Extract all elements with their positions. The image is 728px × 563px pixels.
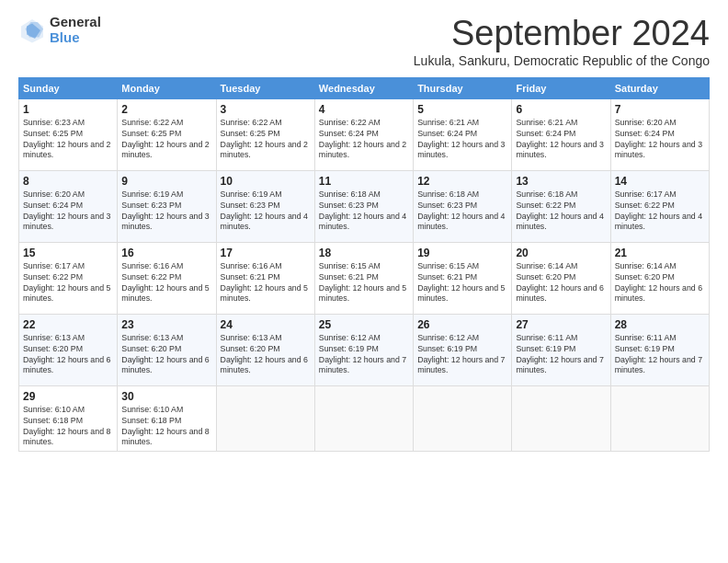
calendar-cell: 5 Sunrise: 6:21 AM Sunset: 6:24 PM Dayli… xyxy=(414,98,512,170)
day-number: 23 xyxy=(121,318,211,331)
calendar-cell: 13 Sunrise: 6:18 AM Sunset: 6:22 PM Dayl… xyxy=(512,170,610,242)
day-info: Sunrise: 6:22 AM Sunset: 6:24 PM Dayligh… xyxy=(319,118,409,162)
calendar-cell xyxy=(216,385,314,452)
day-number: 2 xyxy=(121,103,211,116)
day-number: 13 xyxy=(516,175,606,188)
title-block: September 2024 Lukula, Sankuru, Democrat… xyxy=(414,15,710,74)
calendar-cell: 25 Sunrise: 6:12 AM Sunset: 6:19 PM Dayl… xyxy=(314,314,413,385)
day-number: 26 xyxy=(417,318,507,331)
calendar-cell xyxy=(512,385,610,452)
logo: General Blue xyxy=(18,15,101,45)
day-info: Sunrise: 6:22 AM Sunset: 6:25 PM Dayligh… xyxy=(121,118,211,162)
weekday-header-saturday: Saturday xyxy=(610,77,709,98)
week-row-4: 22 Sunrise: 6:13 AM Sunset: 6:20 PM Dayl… xyxy=(19,314,710,385)
calendar-cell: 14 Sunrise: 6:17 AM Sunset: 6:22 PM Dayl… xyxy=(610,170,709,242)
week-row-1: 1 Sunrise: 6:23 AM Sunset: 6:25 PM Dayli… xyxy=(19,98,710,170)
day-info: Sunrise: 6:19 AM Sunset: 6:23 PM Dayligh… xyxy=(121,190,211,234)
calendar-cell: 30 Sunrise: 6:10 AM Sunset: 6:18 PM Dayl… xyxy=(118,385,216,452)
week-row-3: 15 Sunrise: 6:17 AM Sunset: 6:22 PM Dayl… xyxy=(19,242,710,314)
day-number: 7 xyxy=(615,103,705,116)
calendar-cell: 12 Sunrise: 6:18 AM Sunset: 6:23 PM Dayl… xyxy=(414,170,512,242)
day-info: Sunrise: 6:18 AM Sunset: 6:23 PM Dayligh… xyxy=(417,190,507,234)
day-number: 12 xyxy=(417,175,507,188)
logo-general: General xyxy=(50,15,101,30)
day-number: 16 xyxy=(121,247,211,259)
logo-icon xyxy=(18,17,46,44)
calendar-cell: 7 Sunrise: 6:20 AM Sunset: 6:24 PM Dayli… xyxy=(610,98,709,170)
calendar-table: SundayMondayTuesdayWednesdayThursdayFrid… xyxy=(18,77,710,453)
calendar-cell: 20 Sunrise: 6:14 AM Sunset: 6:20 PM Dayl… xyxy=(512,242,610,314)
day-number: 6 xyxy=(516,103,606,116)
day-number: 19 xyxy=(417,247,507,259)
week-row-2: 8 Sunrise: 6:20 AM Sunset: 6:24 PM Dayli… xyxy=(19,170,710,242)
calendar-cell xyxy=(314,385,413,452)
calendar-cell: 22 Sunrise: 6:13 AM Sunset: 6:20 PM Dayl… xyxy=(19,314,118,385)
calendar-cell: 17 Sunrise: 6:16 AM Sunset: 6:21 PM Dayl… xyxy=(216,242,314,314)
calendar-cell: 18 Sunrise: 6:15 AM Sunset: 6:21 PM Dayl… xyxy=(314,242,413,314)
day-info: Sunrise: 6:17 AM Sunset: 6:22 PM Dayligh… xyxy=(615,190,705,234)
logo-text: General Blue xyxy=(50,15,101,45)
day-info: Sunrise: 6:13 AM Sunset: 6:20 PM Dayligh… xyxy=(221,333,311,377)
calendar-cell: 21 Sunrise: 6:14 AM Sunset: 6:20 PM Dayl… xyxy=(610,242,709,314)
page: General Blue September 2024 Lukula, Sank… xyxy=(0,0,728,461)
day-info: Sunrise: 6:21 AM Sunset: 6:24 PM Dayligh… xyxy=(417,118,507,162)
calendar-cell: 11 Sunrise: 6:18 AM Sunset: 6:23 PM Dayl… xyxy=(314,170,413,242)
day-info: Sunrise: 6:21 AM Sunset: 6:24 PM Dayligh… xyxy=(516,118,606,162)
calendar-cell: 2 Sunrise: 6:22 AM Sunset: 6:25 PM Dayli… xyxy=(118,98,216,170)
day-number: 15 xyxy=(23,247,113,259)
day-number: 14 xyxy=(615,175,705,188)
day-number: 18 xyxy=(319,247,409,259)
day-info: Sunrise: 6:12 AM Sunset: 6:19 PM Dayligh… xyxy=(319,333,409,377)
day-number: 1 xyxy=(23,103,113,116)
day-info: Sunrise: 6:13 AM Sunset: 6:20 PM Dayligh… xyxy=(23,333,113,377)
day-number: 21 xyxy=(615,247,705,259)
day-info: Sunrise: 6:18 AM Sunset: 6:22 PM Dayligh… xyxy=(516,190,606,234)
day-info: Sunrise: 6:23 AM Sunset: 6:25 PM Dayligh… xyxy=(23,118,113,162)
day-info: Sunrise: 6:14 AM Sunset: 6:20 PM Dayligh… xyxy=(516,261,606,305)
day-number: 10 xyxy=(221,175,311,188)
calendar-cell: 9 Sunrise: 6:19 AM Sunset: 6:23 PM Dayli… xyxy=(118,170,216,242)
day-info: Sunrise: 6:13 AM Sunset: 6:20 PM Dayligh… xyxy=(121,333,211,377)
day-number: 27 xyxy=(516,318,606,331)
day-info: Sunrise: 6:11 AM Sunset: 6:19 PM Dayligh… xyxy=(516,333,606,377)
calendar-cell: 1 Sunrise: 6:23 AM Sunset: 6:25 PM Dayli… xyxy=(19,98,118,170)
day-number: 30 xyxy=(121,390,211,403)
day-number: 22 xyxy=(23,318,113,331)
weekday-header-sunday: Sunday xyxy=(19,77,118,98)
subtitle: Lukula, Sankuru, Democratic Republic of … xyxy=(414,53,710,68)
day-number: 5 xyxy=(417,103,507,116)
day-number: 25 xyxy=(319,318,409,331)
day-number: 17 xyxy=(221,247,311,259)
day-number: 8 xyxy=(23,175,113,188)
day-info: Sunrise: 6:18 AM Sunset: 6:23 PM Dayligh… xyxy=(319,190,409,234)
day-info: Sunrise: 6:15 AM Sunset: 6:21 PM Dayligh… xyxy=(319,261,409,305)
calendar-cell: 23 Sunrise: 6:13 AM Sunset: 6:20 PM Dayl… xyxy=(118,314,216,385)
day-info: Sunrise: 6:20 AM Sunset: 6:24 PM Dayligh… xyxy=(615,118,705,162)
logo-blue: Blue xyxy=(50,30,101,46)
calendar-cell: 28 Sunrise: 6:11 AM Sunset: 6:19 PM Dayl… xyxy=(610,314,709,385)
day-info: Sunrise: 6:11 AM Sunset: 6:19 PM Dayligh… xyxy=(615,333,705,377)
day-info: Sunrise: 6:20 AM Sunset: 6:24 PM Dayligh… xyxy=(23,190,113,234)
calendar-cell: 16 Sunrise: 6:16 AM Sunset: 6:22 PM Dayl… xyxy=(118,242,216,314)
calendar-cell: 15 Sunrise: 6:17 AM Sunset: 6:22 PM Dayl… xyxy=(19,242,118,314)
calendar-cell: 26 Sunrise: 6:12 AM Sunset: 6:19 PM Dayl… xyxy=(414,314,512,385)
day-number: 20 xyxy=(516,247,606,259)
calendar-cell: 27 Sunrise: 6:11 AM Sunset: 6:19 PM Dayl… xyxy=(512,314,610,385)
day-number: 24 xyxy=(221,318,311,331)
calendar-cell: 8 Sunrise: 6:20 AM Sunset: 6:24 PM Dayli… xyxy=(19,170,118,242)
day-info: Sunrise: 6:14 AM Sunset: 6:20 PM Dayligh… xyxy=(615,261,705,305)
day-number: 4 xyxy=(319,103,409,116)
calendar-cell: 4 Sunrise: 6:22 AM Sunset: 6:24 PM Dayli… xyxy=(314,98,413,170)
day-info: Sunrise: 6:17 AM Sunset: 6:22 PM Dayligh… xyxy=(23,261,113,305)
weekday-header-monday: Monday xyxy=(118,77,216,98)
month-title: September 2024 xyxy=(414,15,710,53)
weekday-header-tuesday: Tuesday xyxy=(216,77,314,98)
weekday-header-row: SundayMondayTuesdayWednesdayThursdayFrid… xyxy=(19,77,710,98)
day-info: Sunrise: 6:22 AM Sunset: 6:25 PM Dayligh… xyxy=(221,118,311,162)
weekday-header-friday: Friday xyxy=(512,77,610,98)
weekday-header-wednesday: Wednesday xyxy=(314,77,413,98)
calendar-cell: 19 Sunrise: 6:15 AM Sunset: 6:21 PM Dayl… xyxy=(414,242,512,314)
calendar-cell xyxy=(610,385,709,452)
day-number: 9 xyxy=(121,175,211,188)
day-number: 11 xyxy=(319,175,409,188)
